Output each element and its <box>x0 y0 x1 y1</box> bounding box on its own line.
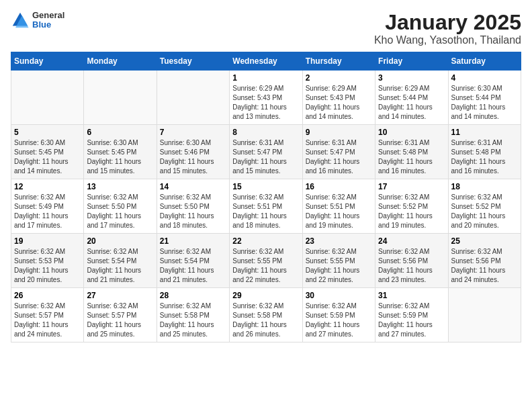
day-number: 5 <box>14 128 81 137</box>
day-number: 30 <box>306 291 372 300</box>
day-cell: 20Sunrise: 6:32 AMSunset: 5:54 PMDayligh… <box>84 234 157 288</box>
header-cell-thursday: Thursday <box>302 52 375 71</box>
day-cell: 10Sunrise: 6:31 AMSunset: 5:48 PMDayligh… <box>375 125 448 179</box>
header-cell-tuesday: Tuesday <box>157 52 229 71</box>
day-cell: 12Sunrise: 6:32 AMSunset: 5:49 PMDayligh… <box>11 179 84 234</box>
day-info: Sunrise: 6:31 AMSunset: 5:47 PMDaylight:… <box>306 138 372 176</box>
logo-general: General <box>32 11 64 20</box>
day-cell: 23Sunrise: 6:32 AMSunset: 5:55 PMDayligh… <box>302 234 375 288</box>
day-number: 7 <box>160 128 226 137</box>
day-number: 17 <box>378 182 445 191</box>
week-row-4: 19Sunrise: 6:32 AMSunset: 5:53 PMDayligh… <box>11 234 521 288</box>
day-cell: 22Sunrise: 6:32 AMSunset: 5:55 PMDayligh… <box>230 234 302 288</box>
day-cell: 17Sunrise: 6:32 AMSunset: 5:52 PMDayligh… <box>375 179 448 234</box>
day-cell: 19Sunrise: 6:32 AMSunset: 5:53 PMDayligh… <box>11 234 84 288</box>
day-info: Sunrise: 6:30 AMSunset: 5:45 PMDaylight:… <box>87 138 153 176</box>
day-cell <box>11 71 84 125</box>
day-cell: 28Sunrise: 6:32 AMSunset: 5:58 PMDayligh… <box>157 288 229 342</box>
day-cell: 11Sunrise: 6:31 AMSunset: 5:48 PMDayligh… <box>448 125 521 179</box>
day-number: 2 <box>306 73 372 83</box>
day-number: 8 <box>232 128 299 137</box>
day-info: Sunrise: 6:32 AMSunset: 5:55 PMDaylight:… <box>306 247 372 285</box>
calendar-table: SundayMondayTuesdayWednesdayThursdayFrid… <box>11 52 521 342</box>
week-row-2: 5Sunrise: 6:30 AMSunset: 5:45 PMDaylight… <box>11 125 521 179</box>
day-cell: 26Sunrise: 6:32 AMSunset: 5:57 PMDayligh… <box>11 288 84 342</box>
header-cell-friday: Friday <box>375 52 448 71</box>
day-info: Sunrise: 6:32 AMSunset: 5:57 PMDaylight:… <box>14 302 81 339</box>
calendar-body: 1Sunrise: 6:29 AMSunset: 5:43 PMDaylight… <box>11 71 521 342</box>
day-number: 22 <box>232 236 299 246</box>
day-number: 19 <box>14 236 81 246</box>
day-cell: 18Sunrise: 6:32 AMSunset: 5:52 PMDayligh… <box>448 179 521 234</box>
day-info: Sunrise: 6:29 AMSunset: 5:43 PMDaylight:… <box>306 84 372 122</box>
header-row: SundayMondayTuesdayWednesdayThursdayFrid… <box>11 52 521 71</box>
day-cell: 7Sunrise: 6:30 AMSunset: 5:46 PMDaylight… <box>157 125 229 179</box>
page-header: General Blue January 2025 Kho Wang, Yaso… <box>11 11 521 46</box>
day-cell: 25Sunrise: 6:32 AMSunset: 5:56 PMDayligh… <box>448 234 521 288</box>
logo-text: General Blue <box>32 11 64 30</box>
day-cell: 14Sunrise: 6:32 AMSunset: 5:50 PMDayligh… <box>157 179 229 234</box>
day-info: Sunrise: 6:32 AMSunset: 5:52 PMDaylight:… <box>451 193 518 230</box>
day-info: Sunrise: 6:30 AMSunset: 5:46 PMDaylight:… <box>160 138 226 176</box>
day-cell: 9Sunrise: 6:31 AMSunset: 5:47 PMDaylight… <box>302 125 375 179</box>
day-cell: 1Sunrise: 6:29 AMSunset: 5:43 PMDaylight… <box>230 71 302 125</box>
day-number: 10 <box>378 128 445 137</box>
day-number: 18 <box>451 182 518 191</box>
day-cell: 5Sunrise: 6:30 AMSunset: 5:45 PMDaylight… <box>11 125 84 179</box>
day-info: Sunrise: 6:32 AMSunset: 5:53 PMDaylight:… <box>14 247 81 285</box>
day-info: Sunrise: 6:29 AMSunset: 5:44 PMDaylight:… <box>378 84 445 122</box>
day-number: 28 <box>160 291 226 300</box>
day-number: 14 <box>160 182 226 191</box>
day-cell: 2Sunrise: 6:29 AMSunset: 5:43 PMDaylight… <box>302 71 375 125</box>
day-number: 11 <box>451 128 518 137</box>
day-number: 3 <box>378 73 445 83</box>
day-info: Sunrise: 6:32 AMSunset: 5:50 PMDaylight:… <box>160 193 226 230</box>
day-cell: 27Sunrise: 6:32 AMSunset: 5:57 PMDayligh… <box>84 288 157 342</box>
day-cell: 3Sunrise: 6:29 AMSunset: 5:44 PMDaylight… <box>375 71 448 125</box>
day-info: Sunrise: 6:30 AMSunset: 5:45 PMDaylight:… <box>14 138 81 176</box>
calendar-header: SundayMondayTuesdayWednesdayThursdayFrid… <box>11 52 521 71</box>
day-number: 24 <box>378 236 445 246</box>
day-info: Sunrise: 6:32 AMSunset: 5:56 PMDaylight:… <box>451 247 518 285</box>
day-info: Sunrise: 6:32 AMSunset: 5:54 PMDaylight:… <box>87 247 153 285</box>
day-number: 16 <box>306 182 372 191</box>
header-cell-monday: Monday <box>84 52 157 71</box>
page-title: January 2025 <box>374 11 521 34</box>
day-cell: 16Sunrise: 6:32 AMSunset: 5:51 PMDayligh… <box>302 179 375 234</box>
day-info: Sunrise: 6:32 AMSunset: 5:55 PMDaylight:… <box>232 247 299 285</box>
week-row-5: 26Sunrise: 6:32 AMSunset: 5:57 PMDayligh… <box>11 288 521 342</box>
day-cell: 29Sunrise: 6:32 AMSunset: 5:58 PMDayligh… <box>230 288 302 342</box>
day-number: 25 <box>451 236 518 246</box>
day-number: 4 <box>451 73 518 83</box>
day-cell <box>157 71 229 125</box>
day-info: Sunrise: 6:29 AMSunset: 5:43 PMDaylight:… <box>232 84 299 122</box>
day-info: Sunrise: 6:32 AMSunset: 5:51 PMDaylight:… <box>306 193 372 230</box>
day-info: Sunrise: 6:32 AMSunset: 5:58 PMDaylight:… <box>232 302 299 339</box>
day-info: Sunrise: 6:32 AMSunset: 5:54 PMDaylight:… <box>160 247 226 285</box>
day-info: Sunrise: 6:32 AMSunset: 5:59 PMDaylight:… <box>378 302 445 339</box>
day-cell: 13Sunrise: 6:32 AMSunset: 5:50 PMDayligh… <box>84 179 157 234</box>
day-info: Sunrise: 6:32 AMSunset: 5:50 PMDaylight:… <box>87 193 153 230</box>
day-cell: 30Sunrise: 6:32 AMSunset: 5:59 PMDayligh… <box>302 288 375 342</box>
day-number: 23 <box>306 236 372 246</box>
day-cell: 8Sunrise: 6:31 AMSunset: 5:47 PMDaylight… <box>230 125 302 179</box>
logo: General Blue <box>11 11 64 30</box>
day-cell: 15Sunrise: 6:32 AMSunset: 5:51 PMDayligh… <box>230 179 302 234</box>
day-number: 1 <box>232 73 299 83</box>
day-info: Sunrise: 6:32 AMSunset: 5:59 PMDaylight:… <box>306 302 372 339</box>
day-info: Sunrise: 6:31 AMSunset: 5:48 PMDaylight:… <box>378 138 445 176</box>
day-info: Sunrise: 6:32 AMSunset: 5:51 PMDaylight:… <box>232 193 299 230</box>
day-info: Sunrise: 6:31 AMSunset: 5:48 PMDaylight:… <box>451 138 518 176</box>
day-number: 13 <box>87 182 153 191</box>
day-cell <box>448 288 521 342</box>
day-cell: 6Sunrise: 6:30 AMSunset: 5:45 PMDaylight… <box>84 125 157 179</box>
day-info: Sunrise: 6:31 AMSunset: 5:47 PMDaylight:… <box>232 138 299 176</box>
day-number: 12 <box>14 182 81 191</box>
day-cell <box>84 71 157 125</box>
day-number: 6 <box>87 128 153 137</box>
page-subtitle: Kho Wang, Yasothon, Thailand <box>374 34 521 46</box>
header-cell-wednesday: Wednesday <box>230 52 302 71</box>
day-info: Sunrise: 6:30 AMSunset: 5:44 PMDaylight:… <box>451 84 518 122</box>
logo-icon <box>11 11 30 30</box>
title-block: January 2025 Kho Wang, Yasothon, Thailan… <box>374 11 521 46</box>
